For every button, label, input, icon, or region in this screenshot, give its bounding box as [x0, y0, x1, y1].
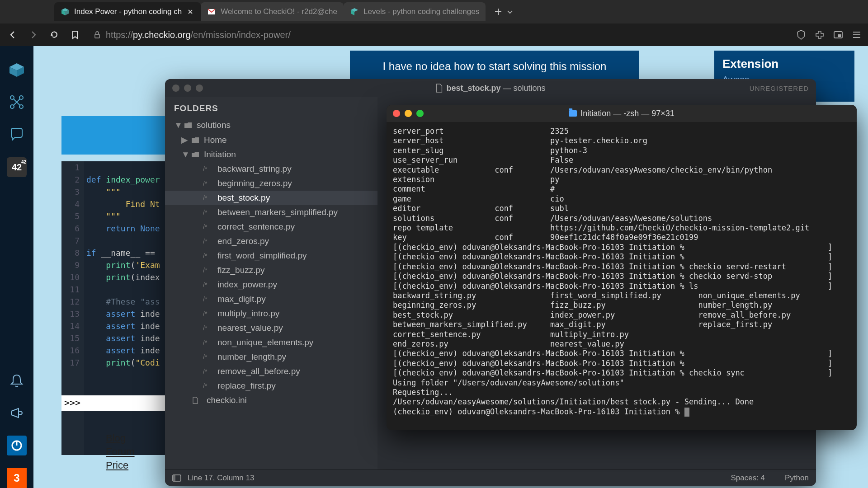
terminal-line: between_markers_simplified.py max_digit.… [393, 320, 850, 329]
line-number: 8 [61, 247, 84, 259]
tree-file[interactable]: /*replace_first.py [165, 379, 377, 393]
tree-file[interactable]: /*number_length.py [165, 350, 377, 364]
checkio-logo-icon[interactable] [7, 60, 27, 80]
tree-file[interactable]: /*first_word_simplified.py [165, 249, 377, 263]
window-minimize-icon[interactable] [184, 84, 191, 92]
code-line: assert inde [86, 320, 160, 332]
terminal-title: Initiation — -zsh — 97×31 [569, 109, 675, 118]
tree-folder-root[interactable]: ▼ solutions [165, 118, 377, 132]
code-line: assert inde [86, 332, 160, 344]
line-number: 1 [61, 161, 84, 174]
tree-file[interactable]: /*max_digit.py [165, 292, 377, 306]
tree-file[interactable]: /*between_markers_simplified.py [165, 205, 377, 220]
folder-icon [569, 110, 577, 117]
cursor-position[interactable]: Line 17, Column 13 [188, 474, 254, 483]
checkio-icon [350, 7, 359, 16]
tree-file[interactable]: /*beginning_zeros.py [165, 176, 377, 191]
badge-42[interactable]: 4242 [7, 157, 27, 177]
line-number: 16 [61, 344, 84, 357]
tree-file[interactable]: /*backward_string.py [165, 162, 377, 176]
tree-file[interactable]: /*multiply_intro.py [165, 306, 377, 321]
footer-link-forum[interactable]: Forum [106, 446, 135, 458]
close-icon[interactable] [186, 8, 194, 16]
bell-icon[interactable] [7, 371, 27, 390]
network-icon[interactable] [7, 92, 27, 112]
browser-tab-active[interactable]: Index Power - python coding ch [54, 2, 201, 21]
sublime-titlebar[interactable]: best_stock.py — solutions UNREGISTERED [165, 79, 816, 97]
terminal-line: end_zeros.py nearest_value.py [393, 339, 850, 349]
sublime-title: best_stock.py — solutions [435, 84, 545, 93]
tree-file[interactable]: /*best_stock.py [165, 191, 377, 205]
browser-tab[interactable]: Welcome to CheckiO! - r2d2@che [201, 2, 344, 21]
svg-point-12 [10, 96, 14, 99]
python-file-icon: /* [203, 194, 213, 202]
browser-tab[interactable]: Levels - python coding challenges [344, 2, 486, 21]
folder-icon [191, 137, 199, 143]
gmail-icon [207, 7, 216, 16]
bookmark-button[interactable] [69, 28, 81, 41]
back-button[interactable] [6, 28, 19, 41]
line-number: 14 [61, 320, 84, 332]
extensions-icon[interactable] [815, 30, 825, 40]
line-number: 13 [61, 308, 84, 320]
code-line: Find Nt [86, 198, 160, 210]
terminal-line: use_server_run False [393, 155, 850, 165]
sublime-sidebar[interactable]: FOLDERS ▼ solutions ▶ Home ▼ Initiation … [165, 97, 377, 469]
sidebar-toggle-icon[interactable] [172, 474, 181, 482]
megaphone-icon[interactable] [7, 403, 27, 423]
window-minimize-icon[interactable] [405, 110, 412, 117]
tree-file[interactable]: /*fizz_buzz.py [165, 263, 377, 277]
line-number: 11 [61, 283, 84, 296]
terminal-output[interactable]: server_port 2325server_host py-tester.ch… [387, 122, 857, 421]
forward-button[interactable] [27, 28, 40, 41]
code-line: #These "ass [86, 296, 160, 308]
lock-icon [93, 31, 101, 39]
window-zoom-icon[interactable] [416, 110, 424, 117]
pip-icon[interactable] [833, 29, 844, 40]
window-close-icon[interactable] [393, 110, 400, 117]
mission-hint-banner[interactable]: I have no idea how to start solving this… [350, 51, 639, 82]
tree-file[interactable]: /*correct_sentence.py [165, 220, 377, 234]
checkio-sidebar: 4242 3 [0, 46, 33, 488]
svg-rect-18 [173, 475, 175, 481]
window-zoom-icon[interactable] [196, 84, 203, 92]
terminal-line: server_host py-tester.checkio.org [393, 136, 850, 145]
python-file-icon: /* [203, 353, 213, 361]
terminal-line: editor conf subl [393, 204, 850, 213]
code-line: return None [86, 222, 160, 235]
terminal-line: [(checkio_env) oduvan@Oleksandrs-MacBook… [393, 272, 850, 281]
chat-icon[interactable] [7, 125, 27, 145]
tree-file[interactable]: /*non_unique_elements.py [165, 335, 377, 350]
terminal-titlebar[interactable]: Initiation — -zsh — 97×31 [387, 105, 857, 122]
tree-file[interactable]: /*nearest_value.py [165, 321, 377, 335]
indent-setting[interactable]: Spaces: 4 [731, 474, 765, 483]
brave-shield-icon[interactable] [796, 29, 807, 40]
terminal-line: solutions conf /Users/oduvan/easyAwesome… [393, 214, 850, 223]
reload-button[interactable] [48, 28, 61, 41]
power-button[interactable] [7, 436, 27, 455]
url-bar[interactable]: https://py.checkio.org/en/mission/index-… [90, 30, 788, 40]
footer-link-blog[interactable]: Blog [106, 432, 135, 444]
footer-links: Blog Forum Price [106, 432, 135, 471]
tree-file[interactable]: /*index_power.py [165, 277, 377, 292]
tree-file[interactable]: /*end_zeros.py [165, 234, 377, 249]
tree-file[interactable]: /*remove_all_before.py [165, 364, 377, 379]
line-number: 6 [61, 222, 84, 235]
tree-folder-home[interactable]: ▶ Home [165, 132, 377, 147]
window-close-icon[interactable] [172, 84, 179, 92]
terminal-line: game cio [393, 194, 850, 204]
file-icon [192, 397, 202, 404]
terminal-line: /Users/oduvan/easyAwesome/solutions/Init… [393, 397, 850, 407]
line-number: 17 [61, 357, 84, 369]
syntax-setting[interactable]: Python [785, 474, 809, 483]
code-line [86, 161, 160, 174]
line-number: 9 [61, 259, 84, 271]
tab-dropdown[interactable] [506, 8, 523, 15]
menu-icon[interactable] [852, 30, 862, 40]
sublime-statusbar: Line 17, Column 13 Spaces: 4 Python [165, 469, 816, 486]
tree-file-ini[interactable]: checkio.ini [165, 393, 377, 408]
tree-folder-initiation[interactable]: ▼ Initiation [165, 147, 377, 162]
footer-link-price[interactable]: Price [106, 460, 135, 471]
badge-notifications[interactable]: 3 [7, 468, 27, 488]
new-tab-button[interactable] [490, 4, 506, 20]
